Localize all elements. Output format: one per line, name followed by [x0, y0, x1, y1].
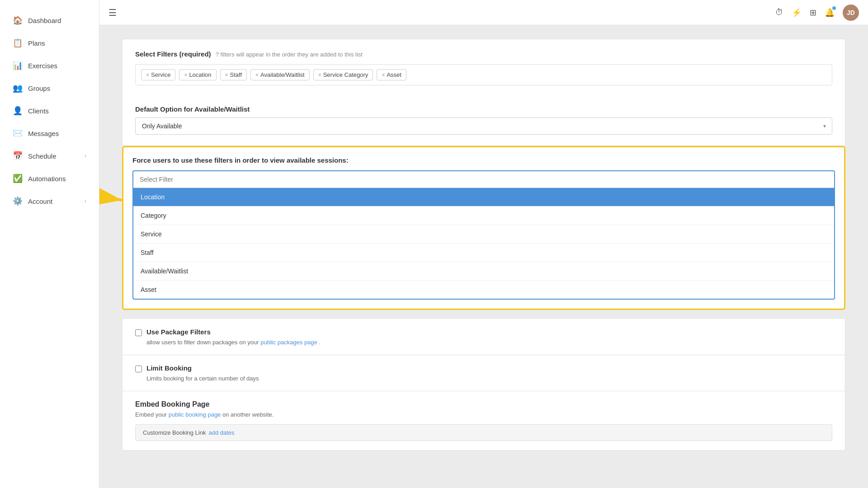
- automations-icon: ✅: [13, 174, 23, 183]
- schedule-icon: 📅: [13, 151, 23, 161]
- use-package-filters-desc: allow users to filter down packages on y…: [146, 339, 832, 346]
- filter-tag-service[interactable]: × Service: [141, 69, 175, 80]
- sidebar: 🏠 Dashboard 📋 Plans 📊 Exercises 👥 Groups…: [0, 0, 99, 488]
- sidebar-item-label: Exercises: [28, 62, 57, 70]
- customize-booking-bar: Customize Booking Link add dates: [135, 424, 832, 441]
- lightning-icon[interactable]: ⚡: [792, 8, 802, 18]
- pkg-desc-suffix: .: [319, 339, 321, 346]
- select-filters-card: Select Filters (required) ? filters will…: [122, 39, 845, 96]
- sidebar-item-exercises[interactable]: 📊 Exercises: [4, 55, 95, 76]
- sidebar-item-label: Messages: [28, 130, 59, 137]
- dropdown-option-category[interactable]: Category: [133, 206, 834, 225]
- sidebar-item-label: Schedule: [28, 152, 57, 160]
- main-content: ☰ ⏱ ⚡ ⊞ 🔔 JD Select Filters (required) ?…: [99, 0, 868, 488]
- embed-booking-desc: Embed your public booking page on anothe…: [135, 411, 832, 418]
- plans-icon: 📋: [13, 38, 23, 48]
- remove-tag-icon[interactable]: ×: [382, 72, 385, 78]
- topbar-icons: ⏱ ⚡ ⊞ 🔔 JD: [775, 5, 859, 21]
- sidebar-item-label: Plans: [28, 39, 45, 47]
- pkg-desc-prefix: allow users to filter down packages on y…: [146, 339, 260, 346]
- sidebar-item-schedule[interactable]: 📅 Schedule ›: [4, 145, 95, 166]
- default-option-value: Only Available: [142, 122, 182, 130]
- force-filters-title: Force users to use these filters in orde…: [132, 156, 835, 164]
- remove-tag-icon[interactable]: ×: [225, 72, 228, 78]
- sidebar-item-automations[interactable]: ✅ Automations: [4, 168, 95, 189]
- sidebar-item-plans[interactable]: 📋 Plans: [4, 33, 95, 53]
- exercises-icon: 📊: [13, 61, 23, 70]
- sidebar-item-groups[interactable]: 👥 Groups: [4, 78, 95, 99]
- filters-hint: ? filters will appear in the order they …: [216, 51, 363, 58]
- sidebar-item-label: Groups: [28, 84, 50, 92]
- content-area: Select Filters (required) ? filters will…: [99, 25, 868, 488]
- bell-icon[interactable]: 🔔: [825, 8, 835, 18]
- use-package-filters-card: Use Package Filters allow users to filte…: [122, 319, 845, 355]
- embed-booking-card: Embed Booking Page Embed your public boo…: [122, 391, 845, 450]
- limit-booking-desc: Limits booking for a certain number of d…: [146, 375, 832, 382]
- messages-icon: ✉️: [13, 128, 23, 138]
- dropdown-option-available-waitlist[interactable]: Available/Waitlist: [133, 262, 834, 281]
- dropdown-option-location[interactable]: Location: [133, 188, 834, 206]
- chevron-right-icon: ›: [85, 198, 86, 204]
- groups-icon: 👥: [13, 83, 23, 93]
- embed-desc-prefix: Embed your: [135, 411, 169, 418]
- sidebar-item-label: Dashboard: [28, 17, 61, 24]
- public-packages-link[interactable]: public packages page: [260, 339, 317, 346]
- sidebar-item-label: Automations: [28, 175, 66, 183]
- filter-input-wrapper: LocationCategoryServiceStaffAvailable/Wa…: [132, 170, 835, 300]
- sidebar-item-account[interactable]: ⚙️ Account ›: [4, 191, 95, 211]
- dropdown-option-service[interactable]: Service: [133, 225, 834, 244]
- select-filters-title: Select Filters (required) ? filters will…: [135, 50, 832, 58]
- filter-select-input[interactable]: [133, 171, 834, 188]
- chevron-right-icon: ›: [85, 153, 86, 159]
- remove-tag-icon[interactable]: ×: [146, 72, 149, 78]
- menu-icon[interactable]: ☰: [108, 7, 117, 18]
- grid-icon[interactable]: ⊞: [810, 8, 816, 18]
- sidebar-item-label: Account: [28, 197, 52, 205]
- limit-booking-card: Limit Booking Limits booking for a certa…: [122, 355, 845, 391]
- dropdown-option-staff[interactable]: Staff: [133, 244, 834, 262]
- sidebar-item-label: Clients: [28, 107, 49, 115]
- limit-booking-checkbox[interactable]: [135, 366, 142, 372]
- limit-booking-row: Limit Booking: [135, 364, 832, 372]
- use-package-filters-row: Use Package Filters: [135, 328, 832, 336]
- clients-icon: 👤: [13, 106, 23, 116]
- add-dates-link[interactable]: add dates: [208, 429, 234, 436]
- remove-tag-icon[interactable]: ×: [184, 72, 187, 78]
- account-icon: ⚙️: [13, 196, 23, 206]
- default-option-dropdown-wrapper: Only Available ▾: [135, 117, 832, 135]
- filter-tag-available-waitlist[interactable]: × Available/Waitlist: [250, 69, 310, 80]
- remove-tag-icon[interactable]: ×: [255, 72, 259, 78]
- filter-dropdown-list: LocationCategoryServiceStaffAvailable/Wa…: [133, 188, 834, 299]
- default-option-label: Default Option for Available/Waitlist: [135, 105, 832, 113]
- default-option-card: Default Option for Available/Waitlist On…: [122, 96, 845, 146]
- public-booking-link[interactable]: public booking page: [169, 411, 221, 418]
- embed-booking-title: Embed Booking Page: [135, 400, 832, 408]
- topbar: ☰ ⏱ ⚡ ⊞ 🔔 JD: [99, 0, 868, 25]
- select-filters-label: Select Filters: [135, 50, 177, 58]
- filter-tag-staff[interactable]: × Staff: [220, 69, 247, 80]
- remove-tag-icon[interactable]: ×: [318, 72, 321, 78]
- default-option-dropdown[interactable]: Only Available: [135, 117, 832, 135]
- notification-dot: [832, 6, 836, 10]
- dashboard-icon: 🏠: [13, 15, 23, 25]
- use-package-filters-label: Use Package Filters: [146, 328, 211, 336]
- required-label: (required): [179, 50, 211, 58]
- avatar[interactable]: JD: [843, 5, 859, 21]
- filter-tags-container: × Service× Location× Staff× Available/Wa…: [135, 64, 832, 85]
- limit-booking-label: Limit Booking: [146, 364, 192, 372]
- clock-icon[interactable]: ⏱: [775, 8, 783, 17]
- filter-tag-location[interactable]: × Location: [179, 69, 216, 80]
- sidebar-item-messages[interactable]: ✉️ Messages: [4, 123, 95, 144]
- customize-prefix: Customize Booking Link: [143, 429, 206, 436]
- filter-tag-service-category[interactable]: × Service Category: [313, 69, 373, 80]
- filter-tag-asset[interactable]: × Asset: [377, 69, 406, 80]
- force-filters-section: Force users to use these filters in orde…: [122, 146, 845, 310]
- sidebar-item-dashboard[interactable]: 🏠 Dashboard: [4, 10, 95, 31]
- use-package-filters-checkbox[interactable]: [135, 329, 142, 336]
- embed-desc-suffix: on another website.: [222, 411, 274, 418]
- dropdown-option-asset[interactable]: Asset: [133, 281, 834, 299]
- sidebar-item-clients[interactable]: 👤 Clients: [4, 100, 95, 121]
